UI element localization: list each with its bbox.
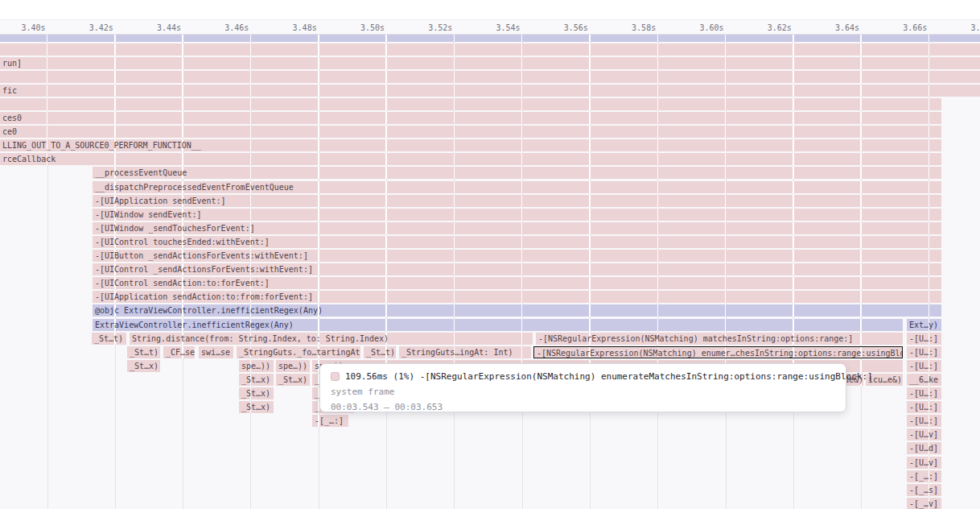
time-ruler[interactable]: 3.40s3.42s3.44s3.46s3.48s3.50s3.52s3.54s… — [0, 20, 980, 35]
flame-bar[interactable]: -[U…:] — [907, 333, 941, 345]
flame-bar[interactable]: spe…)) — [239, 360, 274, 372]
flame-bar[interactable]: -[UIControl touchesEnded:withEvent:] — [93, 236, 941, 248]
flame-bar[interactable]: -[U…:] — [907, 387, 941, 399]
flame-bar[interactable]: _St…t) — [364, 346, 396, 358]
flame-bar[interactable] — [0, 98, 941, 110]
flame-bar[interactable]: ce0 — [0, 126, 941, 138]
ruler-tick-label: 3.66s — [879, 23, 927, 32]
flame-bar[interactable]: _StringGuts._fo…tartingAt: Int) — [237, 346, 360, 358]
flame-bar[interactable]: _St…x) — [239, 401, 274, 413]
flame-bar[interactable]: swi…se — [199, 346, 233, 358]
flame-bar[interactable]: -[U…:] — [907, 401, 941, 413]
flame-bar[interactable] — [0, 71, 980, 83]
flame-bar[interactable]: _CF…se — [163, 346, 195, 358]
flame-bar[interactable]: __dispatchPreprocessedEventFromEventQueu… — [93, 181, 941, 193]
flame-bar[interactable]: fic — [0, 85, 980, 97]
flame-bar[interactable]: String.distance(from: String.Index, to: … — [130, 333, 533, 345]
flame-bar[interactable]: __processEventQueue — [93, 167, 941, 179]
flame-bar[interactable]: _St…x) — [239, 387, 274, 399]
ruler-tick-label: 3.64s — [811, 23, 859, 32]
flame-bar[interactable]: -[UIWindow _sendTouchesForEvent:] — [93, 222, 941, 234]
track-activity-strip[interactable] — [0, 35, 980, 42]
ruler-tick-label: 3.50s — [336, 23, 385, 32]
flame-bar[interactable]: -[NSRegularExpression(NSMatching) matche… — [536, 333, 903, 345]
ruler-tick-label: 3.48s — [269, 23, 317, 32]
top-strip — [0, 0, 980, 20]
ruler-tick-label: 3.54s — [472, 23, 521, 32]
ruler-tick-label: 3.42s — [65, 23, 113, 32]
ruler-tick-label: 3.58s — [607, 23, 656, 32]
ruler-tick-label: 3.60s — [676, 23, 724, 32]
ruler-tick-label: 3.68s — [947, 23, 980, 32]
flame-bar[interactable]: -[U…v] — [907, 428, 941, 441]
flame-bar[interactable]: _St…t) — [92, 333, 126, 345]
flame-bar[interactable]: -[UIButton _sendActionsForEvents:withEve… — [93, 250, 941, 262]
flame-bar-selected[interactable]: -[NSRegularExpression(NSMatching) enumer… — [533, 346, 903, 358]
flame-bar[interactable]: -[U…v] — [907, 457, 941, 469]
flame-bar[interactable]: -[UIControl _sendActionsForEvents:withEv… — [93, 263, 941, 275]
flame-bar[interactable]: run] — [0, 57, 980, 69]
flame-bar[interactable]: -[_…:] — [312, 415, 348, 427]
flame-bar[interactable]: -[UIWindow sendEvent:] — [93, 209, 941, 221]
ruler-tick-label: 3.56s — [540, 23, 588, 32]
flame-bar[interactable]: -[UIControl sendAction:to:forEvent:] — [93, 277, 941, 289]
flame-bar[interactable]: -[_…:] — [907, 470, 941, 482]
flame-bar[interactable]: -[U…:] — [907, 346, 941, 358]
flame-bar[interactable]: ces0 — [0, 112, 941, 124]
ruler-tick-label: 3.46s — [200, 23, 249, 32]
tooltip-title: 109.56ms (1%) -[NSRegularExpression(NSMa… — [345, 371, 873, 382]
flame-bar[interactable]: -[_…v] — [907, 498, 941, 509]
flame-bar[interactable]: _St…x) — [239, 374, 274, 386]
flame-bar[interactable]: rceCallback — [0, 153, 941, 165]
tooltip-title-row: 109.56ms (1%) -[NSRegularExpression(NSMa… — [331, 369, 836, 384]
tooltip-subtitle: system frame — [331, 384, 836, 399]
time-profiler-flame-chart: 3.40s3.42s3.44s3.46s3.48s3.50s3.52s3.54s… — [0, 0, 980, 509]
flame-bar[interactable]: _StringGuts…ingAt: Int) — [399, 346, 531, 358]
color-swatch-icon — [331, 372, 340, 381]
flame-bar[interactable]: __6…ke — [907, 374, 941, 386]
tooltip: 109.56ms (1%) -[NSRegularExpression(NSMa… — [319, 363, 846, 412]
tooltip-timerange: 00:03.543 — 00:03.653 — [331, 399, 836, 415]
ruler-tick-label: 3.40s — [0, 23, 46, 32]
flame-bar[interactable]: ExtraViewController.inefficientRegex(Any… — [93, 319, 903, 331]
flame-bar[interactable]: _St…t) — [127, 346, 160, 358]
flame-bar[interactable]: spe…)) — [276, 360, 310, 372]
flame-bar[interactable]: -[UIApplication sendAction:to:from:forEv… — [93, 291, 941, 303]
flame-bar[interactable]: -[_…s] — [907, 484, 941, 496]
flame-bar[interactable]: _St…x) — [276, 374, 310, 386]
flame-bar[interactable]: -[U…:] — [907, 415, 941, 427]
ruler-tick-label: 3.62s — [743, 23, 792, 32]
flame-bar[interactable]: -[U…:] — [907, 360, 941, 372]
flame-bar[interactable]: -[UIApplication sendEvent:] — [93, 195, 941, 207]
flame-bar[interactable]: Ext…y) — [907, 319, 941, 331]
flame-bar[interactable] — [0, 43, 980, 56]
flame-bar[interactable]: @objc ExtraViewController.inefficientReg… — [93, 304, 941, 317]
flame-bar[interactable]: _St…x) — [127, 360, 160, 372]
ruler-tick-label: 3.44s — [133, 23, 181, 32]
flame-bar[interactable]: LLING_OUT_TO_A_SOURCE0_PERFORM_FUNCTION_… — [0, 139, 941, 151]
flame-bar[interactable]: -[U…d] — [907, 442, 941, 454]
ruler-tick-label: 3.52s — [404, 23, 452, 32]
